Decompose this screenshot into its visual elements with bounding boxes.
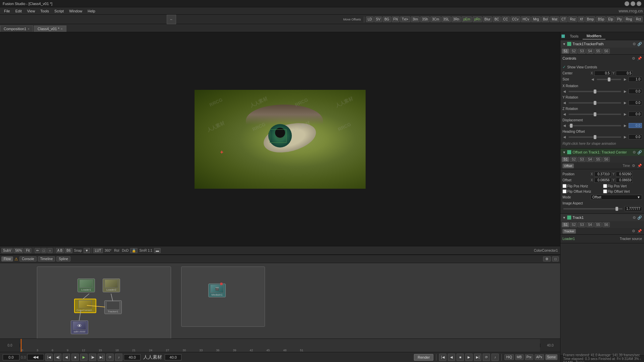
console-tab[interactable]: Console [19,256,37,261]
snap-btn[interactable]: ▼ [84,248,90,253]
timeline-ruler[interactable]: 0 3 6 9 12 15 18 21 24 27 30 33 36 39 42… [20,339,540,352]
flow-settings[interactable]: ⚙ [543,256,551,261]
render-pause-btn[interactable]: ■ [457,354,464,361]
track1-stab-s2[interactable]: S2 [570,222,577,227]
node-loader1[interactable]: Loader1 [77,279,95,292]
prx-btn[interactable]: Prx [525,354,533,360]
tool-3cm[interactable]: 3Cm [430,16,441,22]
tool-bc[interactable]: BC [493,16,501,22]
tool-ccv[interactable]: CCv [511,16,520,22]
track1-stab-s6[interactable]: S6 [602,222,610,227]
tool-ply[interactable]: Ply [615,16,624,22]
xrot-arrow-left[interactable]: ◀ [562,89,567,93]
lock-btn[interactable]: 🔒 [130,248,138,253]
tab-modifiers[interactable]: Modifiers [583,33,606,40]
tool-bol[interactable]: Bol [541,16,549,22]
tab-composition1[interactable]: Composition1 × [0,25,33,32]
gear-icon-3[interactable]: ⚙ [633,216,636,220]
node-group-1[interactable]: Loader1 Loader2 ColorCorrect... [37,266,171,339]
link-icon-1[interactable]: 🔗 [637,42,642,46]
node-media-out[interactable]: 👁 sdf#.#### [71,320,88,334]
b6-btn[interactable]: B6 [65,248,72,253]
circle-btn[interactable]: ○ [47,248,53,253]
yrot-arrow-left[interactable]: ◀ [562,101,567,105]
lut-btn[interactable]: LUT [93,248,103,253]
heading-arrow-right[interactable]: ▶ [623,135,627,139]
z-rotation-value[interactable]: 0.0 [629,112,642,117]
y-rotation-slider[interactable] [569,102,621,104]
timeline-tab[interactable]: Timeline [38,256,55,261]
flow-tab[interactable]: Flow [1,256,13,261]
tool-hcv[interactable]: HCv [521,16,531,22]
offset-sub-tab[interactable]: Offset [562,164,574,168]
track1-stab-s1[interactable]: S1 [562,222,569,227]
loop-btn[interactable]: ⟳ [106,354,114,361]
disp-arrow-right[interactable]: ▶ [623,124,627,127]
flow-maximize[interactable]: □ [552,256,559,261]
tool-elp[interactable]: Elp [606,16,614,22]
render-loop-btn[interactable]: ⟳ [483,354,490,361]
node-group-2[interactable]: 🎬 MediaIn1 [181,266,265,327]
maximize-button[interactable]: □ [631,1,635,6]
offset-stab-s4[interactable]: S4 [586,157,594,162]
menu-view[interactable]: View [24,8,38,14]
menu-tools[interactable]: Tools [38,8,52,14]
node-tracker[interactable]: Tracker1 [104,300,122,314]
tab-composition1-close[interactable]: × [28,27,30,31]
right-panel-toggle[interactable] [560,35,566,38]
stab-s1[interactable]: S1 [562,49,569,54]
pos-y-value[interactable]: 0.50260 [616,172,633,177]
tool-bsp[interactable]: BSp [596,16,606,22]
offset-header[interactable]: ▼ Offset on Track1: Tracked Center ⚙ 🔗 [560,148,644,156]
tool-rng[interactable]: Rng [624,16,634,22]
size-arrow-left[interactable]: ◀ [591,77,595,81]
menu-edit[interactable]: Edit [13,8,24,14]
image-aspect-value[interactable]: 1.777777 [625,206,642,211]
link-icon-3[interactable]: 🔗 [637,216,642,220]
image-aspect-slider[interactable] [563,208,623,209]
offset-stab-s2[interactable]: S2 [570,157,577,162]
displacement-value[interactable]: 0.0 [629,123,642,128]
pos-x-value[interactable]: 0.37310 [594,172,611,177]
center-y-value[interactable]: 0.5 [616,71,633,76]
tool-prn[interactable]: pRn [473,16,482,22]
track1-stab-s5[interactable]: S5 [594,222,602,227]
stab-s3[interactable]: S3 [578,49,585,54]
play-end-btn[interactable]: ▶| [98,354,105,361]
x-rotation-value[interactable]: 0.0 [629,89,642,94]
tool-fn[interactable]: FN [392,16,399,22]
close-button[interactable]: × [637,1,641,6]
zrot-arrow-right[interactable]: ▶ [623,112,627,116]
flip-pos-horiz-check[interactable] [562,184,567,188]
offset-stab-s6[interactable]: S6 [602,157,610,162]
z-rotation-slider[interactable] [569,114,621,115]
offset-gear[interactable]: ⚙ [632,164,635,168]
tool-ct[interactable]: CT [560,16,568,22]
spline-tab[interactable]: Spline [56,256,70,261]
tracker-path-header[interactable]: ▼ Track1TrackerPath ⚙ 🔗 [560,40,644,48]
stab-s2[interactable]: S2 [570,49,577,54]
move-offsets-tool[interactable]: ↔ [167,15,176,24]
yrot-arrow-right[interactable]: ▶ [623,101,627,105]
current-frame-display[interactable]: 40.0 [124,354,141,360]
tool-txt[interactable]: Txt+ [400,16,410,22]
heading-value[interactable]: 0.0 [629,134,642,139]
flip-offset-vert-check[interactable] [603,189,607,193]
zrot-arrow-left[interactable]: ◀ [562,112,567,116]
tab-class4-close[interactable]: × [61,27,63,31]
tool-rsz[interactable]: Rsz [568,16,577,22]
menu-help[interactable]: Help [85,8,98,14]
track1-gear[interactable]: ⚙ [632,229,635,233]
gear-icon-1[interactable]: ⚙ [633,42,636,46]
offset-pin[interactable]: 📌 [637,164,642,168]
tool-pem[interactable]: pEm [462,16,472,22]
track1-pin[interactable]: 📌 [637,229,642,233]
fit-btn[interactable]: Fit [24,248,31,253]
flow-panel[interactable]: Loader1 Loader2 ColorCorrect... [0,263,560,339]
offset-stab-s5[interactable]: S5 [594,157,602,162]
controls-pin[interactable]: 📌 [637,56,642,61]
zoom-btn[interactable]: 56% [13,248,23,253]
tab-tools[interactable]: Tools [566,33,583,39]
render-back-btn[interactable]: |◀ [439,354,446,361]
render-play-btn[interactable]: ▶ [465,354,473,361]
